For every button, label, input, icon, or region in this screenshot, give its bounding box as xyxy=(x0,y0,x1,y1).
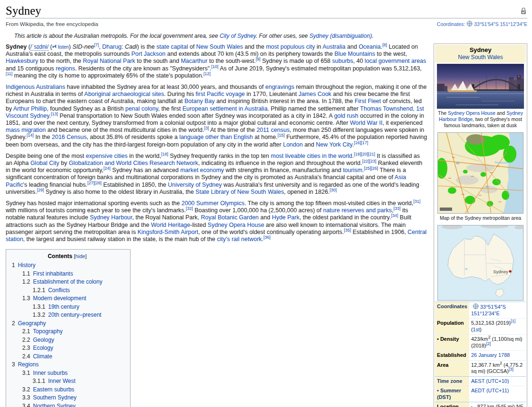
toc-link[interactable]: Climate xyxy=(33,353,52,360)
toc-item[interactable]: 3.1Inner suburbs xyxy=(12,370,122,377)
link[interactable]: European settlement in Australia xyxy=(183,105,268,112)
reference-link[interactable]: [19][20][21] xyxy=(354,152,375,156)
reference-link[interactable]: [32] xyxy=(186,206,193,211)
link[interactable]: 26 January 1788 xyxy=(471,352,510,358)
toc-item[interactable]: 2Geography xyxy=(12,320,122,327)
link[interactable]: Indigenous Australians xyxy=(6,84,65,90)
link[interactable]: Macarthur xyxy=(181,58,207,64)
reference-link[interactable]: [9] xyxy=(256,57,261,61)
link[interactable]: First Fleet xyxy=(355,98,381,104)
toc-item[interactable]: 3Regions xyxy=(12,361,122,368)
reference-link[interactable]: [7] xyxy=(94,43,99,47)
reference-link[interactable]: [11] xyxy=(6,71,12,76)
reference-link[interactable]: [29] xyxy=(37,188,44,192)
infobox-subtitle-link[interactable]: New South Wales xyxy=(436,54,525,61)
reference-link[interactable]: [36] xyxy=(263,235,270,240)
link[interactable]: Global City xyxy=(30,160,59,166)
reference-link[interactable]: [14] xyxy=(26,133,34,138)
infobox-label[interactable]: Coordinates xyxy=(435,302,469,319)
link[interactable]: tourism xyxy=(343,167,362,173)
link[interactable]: Hyde Park xyxy=(272,214,299,221)
link[interactable]: local government areas xyxy=(365,58,426,64)
toc-link[interactable]: Eastern suburbs xyxy=(33,386,74,393)
link[interactable]: State Library of New South Wales xyxy=(195,189,284,195)
link[interactable]: Sydney Opera House xyxy=(208,222,264,228)
toc-item[interactable]: 3.1.1Inner West xyxy=(12,378,122,385)
link[interactable]: 1st xyxy=(473,327,480,332)
link[interactable]: most liveable cities in the world xyxy=(271,153,352,159)
toc-link[interactable]: History xyxy=(18,262,35,268)
toc-link[interactable]: Topography xyxy=(33,328,63,335)
reference-link[interactable]: [15] xyxy=(278,133,285,138)
metro-map[interactable] xyxy=(437,132,523,214)
link[interactable]: Globalization and World Cities Research … xyxy=(69,160,198,166)
toc-link[interactable]: Regions xyxy=(18,361,39,368)
reference-link[interactable]: [13] xyxy=(51,112,58,116)
toc-item[interactable]: 2.4Climate xyxy=(12,353,122,360)
link[interactable]: 2016 Census xyxy=(52,134,87,140)
toc-link[interactable]: Establishment of the colony xyxy=(33,278,103,285)
reference-link[interactable]: [25][26] xyxy=(364,166,378,171)
reference-link[interactable]: [34] xyxy=(391,213,398,218)
link[interactable]: London xyxy=(283,141,303,148)
reference-link[interactable]: [27][28] xyxy=(87,181,102,185)
reference-link[interactable]: [22][23] xyxy=(362,159,376,164)
link[interactable]: Central station xyxy=(6,229,427,242)
link[interactable]: Aboriginal archaeological sites xyxy=(84,91,164,97)
link[interactable]: Kingsford-Smith Airport xyxy=(138,229,199,235)
toc-hide-toggle[interactable]: [hide] xyxy=(74,253,87,259)
toc-item[interactable]: 1.3Modern development xyxy=(12,295,122,302)
link[interactable]: first Pacific voyage xyxy=(196,91,245,97)
link[interactable]: Sydney Harbour xyxy=(90,214,132,221)
link[interactable]: nature reserves and parks xyxy=(323,207,392,214)
reference-link[interactable]: [8] xyxy=(382,43,387,47)
link[interactable]: city's rail network xyxy=(217,236,262,242)
city-photo[interactable] xyxy=(437,64,524,109)
link[interactable]: most populous city xyxy=(266,43,315,50)
toc-item[interactable]: 1.2.1Conflicts xyxy=(12,287,122,294)
link[interactable]: Botany Bay xyxy=(184,98,215,104)
link[interactable]: 2000 Summer Olympics xyxy=(182,200,244,207)
link[interactable]: AEST (UTC+10) xyxy=(471,378,509,384)
link[interactable]: World War II xyxy=(350,120,383,126)
toc-link[interactable]: Geology xyxy=(33,337,54,343)
toc-link[interactable]: Southern Sydney xyxy=(33,394,77,401)
link[interactable]: AEDT (UTC+11) xyxy=(471,388,509,393)
toc-item[interactable]: 3.4Northern Sydney xyxy=(12,403,122,407)
reference-link[interactable]: [30] xyxy=(330,188,337,192)
toc-item[interactable]: 1.3.119th century xyxy=(12,303,122,311)
link[interactable]: expensive cities xyxy=(86,153,128,159)
link[interactable]: Dharug xyxy=(102,43,122,50)
reference-link[interactable]: [12] xyxy=(203,71,210,76)
toc-link[interactable]: Northern Sydney xyxy=(33,403,76,407)
link[interactable]: engravings xyxy=(265,84,294,90)
toc-item[interactable]: 1History xyxy=(12,262,122,269)
coordinates-link[interactable]: 33°51′54″S 151°12′34″E xyxy=(474,21,527,27)
reference-link[interactable]: [33] xyxy=(393,206,401,211)
link[interactable]: language other than English xyxy=(179,134,253,140)
toc-link[interactable]: Inner West xyxy=(48,378,76,384)
link[interactable]: University of Sydney xyxy=(168,182,222,188)
link[interactable]: New York City xyxy=(316,141,352,148)
reference-link[interactable]: [3] xyxy=(509,367,514,372)
link[interactable]: 2011 census xyxy=(256,127,289,133)
toc-link[interactable]: 19th century xyxy=(48,303,79,310)
link[interactable]: World Heritage xyxy=(151,222,190,228)
link[interactable]: Hawkesbury xyxy=(6,58,38,64)
link[interactable]: Oceania xyxy=(358,43,381,50)
link[interactable]: City of Sydney xyxy=(219,33,255,39)
link[interactable]: suburbs xyxy=(332,58,353,64)
reference-link[interactable]: [18] xyxy=(161,152,168,156)
link[interactable]: Sydney (disambiguation) xyxy=(309,33,372,39)
toc-item[interactable]: 3.2Eastern suburbs xyxy=(12,386,122,393)
reference-link[interactable]: [2] xyxy=(486,341,491,346)
infobox-label[interactable]: Time zone xyxy=(435,376,469,386)
toc-item[interactable]: 2.1Topography xyxy=(12,328,122,335)
toc-link[interactable]: Inner suburbs xyxy=(33,370,68,376)
toc-link[interactable]: Geography xyxy=(18,320,46,327)
toc-link[interactable]: Ecology xyxy=(33,345,53,351)
padlock-icon[interactable] xyxy=(521,8,526,16)
coordinates-label-link[interactable]: Coordinates: xyxy=(437,21,465,27)
link[interactable]: Arthur Phillip xyxy=(13,105,47,112)
link[interactable]: New South Wales xyxy=(196,43,243,50)
